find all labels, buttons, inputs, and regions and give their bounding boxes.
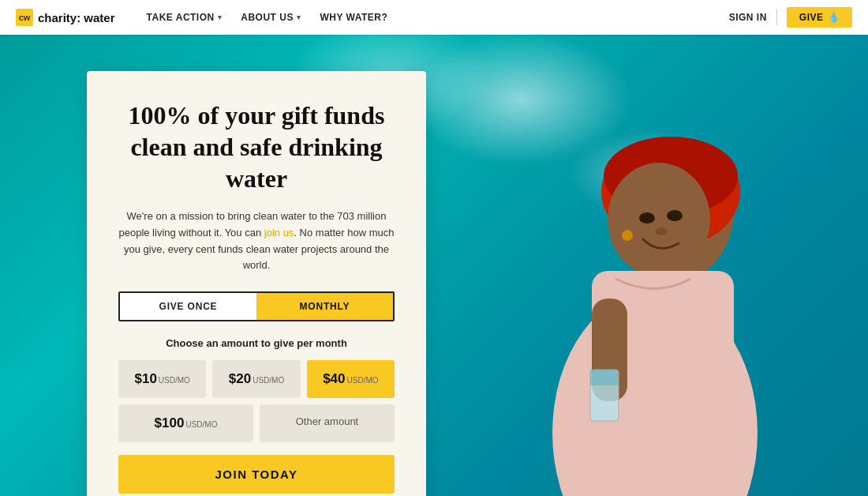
nav-right: Sign In Give 💧 [729, 7, 852, 28]
svg-rect-12 [590, 370, 619, 385]
donation-card: 100% of your gift funds clean and safe d… [87, 71, 426, 496]
amount-10-value: $10 [134, 371, 156, 387]
hero-image [489, 54, 821, 496]
navbar: cw charity: water Take Action ▾ About Us… [0, 0, 868, 35]
amount-20-button[interactable]: $20 USD/mo [212, 360, 300, 398]
logo-icon: cw [16, 9, 33, 26]
svg-point-8 [655, 227, 668, 235]
logo[interactable]: cw charity: water [16, 9, 115, 26]
svg-point-13 [622, 230, 633, 241]
card-subtitle: We're on a mission to bring clean water … [118, 209, 395, 274]
other-amount-button[interactable]: Other amount [260, 404, 395, 442]
monthly-button[interactable]: Monthly [256, 293, 393, 320]
svg-point-6 [639, 212, 655, 224]
chevron-down-icon: ▾ [297, 13, 301, 21]
amount-100-value: $100 [155, 415, 185, 431]
amount-40-button[interactable]: $40 USD/mo [307, 360, 395, 398]
amount-20-value: $20 [229, 371, 251, 387]
logo-icon-text: cw [19, 13, 31, 22]
nav-links: Take Action ▾ About Us ▾ Why Water? [139, 7, 729, 28]
join-us-link[interactable]: join us [264, 227, 294, 239]
amount-100-button[interactable]: $100 USD/mo [118, 404, 253, 442]
nav-item-take-action[interactable]: Take Action ▾ [139, 7, 230, 28]
other-amount-label: Other amount [296, 415, 359, 427]
nav-item-why-water[interactable]: Why Water? [312, 7, 395, 28]
water-drop-icon: 💧 [828, 12, 840, 23]
chevron-down-icon: ▾ [218, 13, 223, 21]
amount-label: Choose an amount to give per month [118, 337, 395, 349]
join-today-button[interactable]: JOIN TODAY [118, 455, 395, 494]
give-once-button[interactable]: Give Once [120, 293, 256, 320]
amount-10-button[interactable]: $10 USD/mo [118, 360, 206, 398]
amount-10-unit: USD/mo [159, 376, 190, 385]
give-button[interactable]: Give 💧 [787, 7, 852, 28]
amount-40-unit: USD/mo [347, 376, 379, 385]
svg-point-7 [667, 210, 683, 221]
amount-20-unit: USD/mo [253, 376, 284, 385]
give-toggle: Give Once Monthly [118, 291, 395, 321]
card-title: 100% of your gift funds clean and safe d… [118, 100, 395, 194]
amount-grid-bottom: $100 USD/mo Other amount [118, 404, 395, 442]
nav-divider [776, 9, 777, 25]
logo-text: charity: water [38, 11, 115, 24]
nav-item-about-us[interactable]: About Us ▾ [233, 7, 309, 28]
sign-in-button[interactable]: Sign In [729, 12, 767, 23]
svg-point-5 [608, 163, 710, 276]
amount-grid-top: $10 USD/mo $20 USD/mo $40 USD/mo [118, 360, 395, 398]
give-label: Give [799, 12, 824, 23]
amount-100-unit: USD/mo [185, 420, 217, 429]
amount-40-value: $40 [323, 371, 345, 387]
